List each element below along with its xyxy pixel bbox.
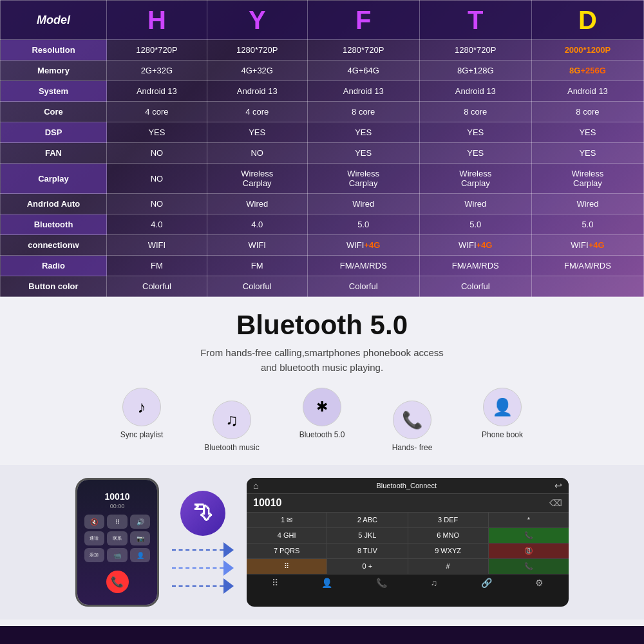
- comparison-table-section: Model H Y F T D Resolution1280*720P1280*…: [0, 0, 644, 297]
- cell-y: FM: [207, 256, 307, 276]
- arrow-row-3: [172, 578, 234, 594]
- spec-table: Model H Y F T D Resolution1280*720P1280*…: [0, 0, 644, 297]
- car-key-8[interactable]: 8 TUV: [327, 544, 407, 558]
- cell-d: 8 core: [531, 102, 643, 122]
- cell-h: 1280*720P: [107, 40, 207, 61]
- phone-app-7: 添加: [84, 548, 105, 562]
- cell-f: WIFI+4G: [307, 235, 419, 256]
- phone-app-3: 🔊: [130, 515, 151, 529]
- cell-y: WIFI: [207, 235, 307, 256]
- row-label: Memory: [1, 61, 107, 81]
- phone-apps-grid: 🔇 ⠿ 🔊 通话 联系 📷 添加 📹 👤: [84, 515, 151, 562]
- cell-h: YES: [107, 122, 207, 143]
- cell-f: Wired: [307, 194, 419, 214]
- phonebook-icon-circle: 👤: [483, 388, 522, 426]
- car-key-endcall[interactable]: 📵: [489, 544, 569, 558]
- cell-d: YES: [531, 143, 643, 164]
- car-key-call[interactable]: 📞: [489, 528, 569, 543]
- row-label: Resolution: [1, 40, 107, 61]
- cell-f: Android 13: [307, 81, 419, 102]
- bluetooth-title: Bluetooth 5.0: [0, 310, 644, 341]
- car-link-icon[interactable]: 🔗: [481, 578, 492, 588]
- cell-d: YES: [531, 122, 643, 143]
- car-menu-icon[interactable]: ⠿: [272, 578, 278, 588]
- cell-y: 4 core: [207, 102, 307, 122]
- car-key-4[interactable]: 4 GHI: [247, 528, 327, 543]
- car-key-hash[interactable]: #: [408, 559, 488, 574]
- row-label: DSP: [1, 122, 107, 143]
- transfer-arrows: [172, 542, 234, 594]
- row-label: Core: [1, 102, 107, 122]
- cell-d: 5.0: [531, 214, 643, 235]
- cell-d: Wired: [531, 194, 643, 214]
- phonebook-label: Phone book: [482, 430, 523, 439]
- row-label: connectionw: [1, 235, 107, 256]
- car-settings-icon[interactable]: ⚙: [535, 578, 544, 588]
- table-row: Resolution1280*720P1280*720P1280*720P128…: [1, 40, 644, 61]
- car-bottom-bar: ⠿ 👤 📞 ♫ 🔗 ⚙: [247, 574, 569, 591]
- car-key-3[interactable]: 3 DEF: [408, 513, 488, 527]
- phone-mockup: 10010 00:00 🔇 ⠿ 🔊 通话 联系 📷 添加 📹 👤 📞: [75, 478, 159, 607]
- cell-h: 2G+32G: [107, 61, 207, 81]
- cell-h: WIFI: [107, 235, 207, 256]
- cell-h: NO: [107, 164, 207, 194]
- car-phone-icon[interactable]: 📞: [376, 578, 387, 588]
- cell-y: 1280*720P: [207, 40, 307, 61]
- phone-app-4: 通话: [84, 531, 105, 545]
- bluetooth-section: Bluetooth 5.0 From hands-free calling,sm…: [0, 297, 644, 626]
- car-person-icon[interactable]: 👤: [321, 578, 332, 588]
- cell-t: 8 core: [419, 102, 531, 122]
- cell-y: WirelessCarplay: [207, 164, 307, 194]
- car-key-1[interactable]: 1 ✉: [247, 513, 327, 527]
- row-label: System: [1, 81, 107, 102]
- cell-h: 4 core: [107, 102, 207, 122]
- phone-app-6: 📷: [130, 531, 151, 545]
- cell-t: FM/AM/RDS: [419, 256, 531, 276]
- car-music-icon[interactable]: ♫: [431, 578, 438, 588]
- model-header: Model: [1, 1, 107, 40]
- row-label: Andriod Auto: [1, 194, 107, 214]
- cell-f: YES: [307, 143, 419, 164]
- car-home-icon: ⌂: [253, 480, 258, 491]
- cell-d: [531, 276, 643, 297]
- car-back-icon: ↩: [554, 480, 562, 491]
- car-key-5[interactable]: 5 JKL: [327, 528, 407, 543]
- handsfree-label: Hands- free: [392, 443, 433, 452]
- car-key-2[interactable]: 2 ABC: [327, 513, 407, 527]
- table-row: SystemAndroid 13Android 13Android 13Andr…: [1, 81, 644, 102]
- cell-y: YES: [207, 122, 307, 143]
- phone-app-2: ⠿: [107, 515, 128, 529]
- car-key-9[interactable]: 9 WXYZ: [408, 544, 488, 558]
- car-key-7[interactable]: 7 PQRS: [247, 544, 327, 558]
- row-label: Button color: [1, 276, 107, 297]
- phone-call-button: 📞: [106, 571, 129, 593]
- cell-y: Android 13: [207, 81, 307, 102]
- table-row: connectionwWIFIWIFIWIFI+4GWIFI+4GWIFI+4G: [1, 235, 644, 256]
- table-row: FANNONOYESYESYES: [1, 143, 644, 164]
- table-row: CarplayNOWirelessCarplayWirelessCarplayW…: [1, 164, 644, 194]
- bt-icon-handsfree: 📞 Hands- free: [380, 401, 444, 452]
- cell-d: WIFI+4G: [531, 235, 643, 256]
- bt50-icon-circle: ✱: [303, 388, 341, 426]
- cell-d: Android 13: [531, 81, 643, 102]
- cell-t: Android 13: [419, 81, 531, 102]
- col-t: T: [419, 1, 531, 40]
- cell-t: YES: [419, 143, 531, 164]
- cell-f: WirelessCarplay: [307, 164, 419, 194]
- car-keypad: 1 ✉ 2 ABC 3 DEF * 4 GHI 5 JKL 6 MNO 📞 7 …: [247, 513, 569, 574]
- bt-transfer-symbol: ⮷: [172, 491, 234, 594]
- car-key-star[interactable]: *: [489, 513, 569, 527]
- sync-label: Sync playlist: [120, 430, 164, 439]
- table-row: Core4 core4 core8 core8 core8 core: [1, 102, 644, 122]
- cell-d: 2000*1200P: [531, 40, 643, 61]
- car-key-6[interactable]: 6 MNO: [408, 528, 488, 543]
- cell-h: FM: [107, 256, 207, 276]
- music-label: Bluetooth music: [204, 443, 259, 452]
- car-key-grid[interactable]: ⠿: [247, 559, 327, 574]
- car-key-call2[interactable]: 📞: [489, 559, 569, 574]
- music-icon-circle: ♫: [213, 401, 251, 439]
- cell-y: Wired: [207, 194, 307, 214]
- car-backspace-icon[interactable]: ⌫: [549, 498, 562, 508]
- cell-h: Colorful: [107, 276, 207, 297]
- car-key-0[interactable]: 0 +: [327, 559, 407, 574]
